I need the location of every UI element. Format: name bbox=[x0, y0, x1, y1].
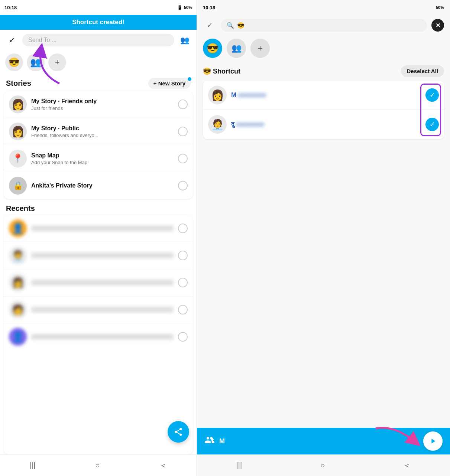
right-filter-sunglasses[interactable]: 😎 bbox=[203, 39, 222, 58]
search-icon-right: 🔍 bbox=[227, 22, 234, 29]
contact-item-2[interactable]: 🧑‍💼 दु xxxxxxxx ✓ bbox=[203, 110, 444, 139]
recent-radio-4[interactable] bbox=[178, 305, 188, 314]
story-avatar-1: 👩 bbox=[9, 95, 27, 113]
right-bottom-bar: M bbox=[197, 428, 450, 454]
story-name-1: My Story · Friends only bbox=[31, 98, 174, 105]
story-sub-3: Add your Snap to the Map! bbox=[31, 160, 174, 165]
new-story-dot bbox=[188, 77, 191, 81]
right-bottom-nav: ||| ○ ＜ bbox=[197, 454, 450, 476]
story-item-my-story-friends[interactable]: 👩 My Story · Friends only Just for frien… bbox=[4, 91, 193, 118]
story-radio-2[interactable] bbox=[178, 127, 188, 136]
snap-map-icon: 📍 bbox=[9, 150, 27, 167]
story-name-3: Snap Map bbox=[31, 152, 174, 159]
phone-left: 10:18 📱 50% Shortcut created! ✓ Send To … bbox=[0, 0, 197, 476]
recent-radio-2[interactable] bbox=[178, 251, 188, 260]
contact-name-blurred-1: xxxxxxxx bbox=[238, 91, 266, 99]
sunglasses-in-search: 😎 bbox=[237, 22, 245, 29]
story-radio-4[interactable] bbox=[178, 181, 188, 190]
whatsapp-icon: 📱 bbox=[177, 5, 182, 10]
right-status-bar: 10:18 50% bbox=[197, 0, 450, 15]
shortcut-section: 😎 Shortcut Deselect All bbox=[197, 61, 450, 79]
recent-radio-3[interactable] bbox=[178, 278, 188, 287]
left-search-bar[interactable]: ✓ Send To ... 👥 bbox=[0, 30, 197, 50]
stories-title: Stories bbox=[6, 79, 31, 88]
contact-list: 👩 M xxxxxxxx ✓ 🧑‍💼 दु xxxxxxxx ✓ bbox=[203, 81, 444, 139]
recents-header: Recents bbox=[0, 199, 197, 215]
right-search-bar[interactable]: ✓ 🔍 😎 ✕ bbox=[197, 15, 450, 36]
left-search-input[interactable]: Send To ... bbox=[22, 34, 174, 46]
left-nav-home[interactable]: ○ bbox=[95, 461, 100, 470]
contact-avatar-2: 🧑‍💼 bbox=[208, 115, 227, 134]
left-filter-sunglasses[interactable]: 😎 bbox=[5, 53, 23, 71]
contact-initial-1: M bbox=[231, 91, 236, 99]
right-nav-back[interactable]: ＜ bbox=[403, 460, 411, 470]
phone-right: 10:18 50% ✓ 🔍 😎 ✕ 😎 👥 + 😎 Shortcut Desel… bbox=[197, 0, 450, 476]
right-time: 10:18 bbox=[203, 5, 215, 10]
right-back-icon[interactable]: ✓ bbox=[203, 19, 216, 32]
right-close-button[interactable]: ✕ bbox=[431, 19, 444, 32]
contact-name-blurred-2: xxxxxxxx bbox=[236, 121, 264, 128]
recent-item-1[interactable]: 👤 bbox=[4, 215, 193, 242]
recent-item-2[interactable]: 🧑‍💼 bbox=[4, 242, 193, 269]
right-filter-add[interactable]: + bbox=[250, 39, 270, 58]
left-status-bar: 10:18 📱 50% bbox=[0, 0, 197, 15]
contact-check-2[interactable]: ✓ bbox=[425, 118, 439, 131]
right-status-icons: 50% bbox=[436, 5, 444, 10]
share-fab[interactable] bbox=[168, 421, 189, 443]
add-friend-icon bbox=[204, 435, 215, 447]
recent-avatar-5: 👤 bbox=[9, 328, 27, 346]
recent-name-1 bbox=[31, 225, 174, 231]
story-info-2: My Story · Public Friends, followers and… bbox=[31, 125, 174, 138]
recent-name-3 bbox=[31, 280, 174, 286]
contact-check-1[interactable]: ✓ bbox=[425, 88, 439, 102]
recent-name-4 bbox=[31, 307, 174, 313]
left-nav-back[interactable]: ＜ bbox=[159, 460, 167, 470]
battery-left: 50% bbox=[184, 5, 192, 10]
private-story-icon: 🔒 bbox=[9, 177, 27, 195]
contact-avatar-1: 👩 bbox=[208, 86, 227, 104]
story-sub-1: Just for friends bbox=[31, 105, 174, 111]
left-filter-add[interactable]: + bbox=[48, 53, 66, 71]
story-item-private[interactable]: 🔒 Ankita's Private Story bbox=[4, 172, 193, 199]
contact-name-container-2: दु xxxxxxxx bbox=[231, 121, 421, 128]
story-sub-2: Friends, followers and everyo... bbox=[31, 133, 174, 138]
right-battery: 50% bbox=[436, 5, 444, 10]
new-story-button[interactable]: + New Story bbox=[148, 78, 191, 89]
recent-item-3[interactable]: 👩 bbox=[4, 269, 193, 296]
story-name-4: Ankita's Private Story bbox=[31, 182, 174, 189]
left-nav-lines[interactable]: ||| bbox=[30, 461, 36, 470]
stories-header: Stories + New Story bbox=[0, 74, 197, 91]
shortcut-label: 😎 Shortcut bbox=[203, 67, 240, 75]
left-back-icon[interactable]: ✓ bbox=[5, 33, 19, 47]
recent-radio-5[interactable] bbox=[178, 332, 188, 342]
story-info-3: Snap Map Add your Snap to the Map! bbox=[31, 152, 174, 165]
recent-item-5[interactable]: 👤 bbox=[4, 323, 193, 350]
story-avatar-2: 👩 bbox=[9, 123, 27, 140]
search-placeholder: Send To ... bbox=[28, 37, 56, 43]
story-radio-3[interactable] bbox=[178, 154, 188, 163]
recent-radio-1[interactable] bbox=[178, 224, 188, 233]
left-friends-icon[interactable]: 👥 bbox=[178, 33, 191, 47]
story-radio-1[interactable] bbox=[178, 100, 188, 109]
right-filters-row: 😎 👥 + bbox=[197, 36, 450, 61]
story-item-my-story-public[interactable]: 👩 My Story · Public Friends, followers a… bbox=[4, 118, 193, 145]
stories-list: 👩 My Story · Friends only Just for frien… bbox=[4, 91, 193, 199]
recents-list: 👤 🧑‍💼 👩 🧑 👤 bbox=[4, 215, 193, 454]
deselect-all-button[interactable]: Deselect All bbox=[401, 65, 444, 77]
left-time: 10:18 bbox=[4, 5, 17, 10]
right-nav-lines[interactable]: ||| bbox=[236, 461, 242, 470]
contact-initial-2: दु bbox=[231, 121, 234, 128]
right-search-expand[interactable]: 🔍 😎 bbox=[221, 19, 427, 32]
recent-item-4[interactable]: 🧑 bbox=[4, 296, 193, 323]
story-info-1: My Story · Friends only Just for friends bbox=[31, 98, 174, 111]
recent-name-2 bbox=[31, 252, 174, 258]
story-item-snap-map[interactable]: 📍 Snap Map Add your Snap to the Map! bbox=[4, 145, 193, 172]
right-nav-home[interactable]: ○ bbox=[320, 461, 325, 470]
left-status-icons: 📱 50% bbox=[177, 5, 192, 10]
right-filter-friends[interactable]: 👥 bbox=[227, 39, 246, 58]
contact-item-1[interactable]: 👩 M xxxxxxxx ✓ bbox=[203, 81, 444, 110]
send-button[interactable] bbox=[423, 431, 443, 451]
left-filter-friends[interactable]: 👥 bbox=[27, 53, 45, 71]
recent-avatar-3: 👩 bbox=[9, 274, 27, 291]
left-filters-row: 😎 👥 + bbox=[0, 50, 197, 74]
